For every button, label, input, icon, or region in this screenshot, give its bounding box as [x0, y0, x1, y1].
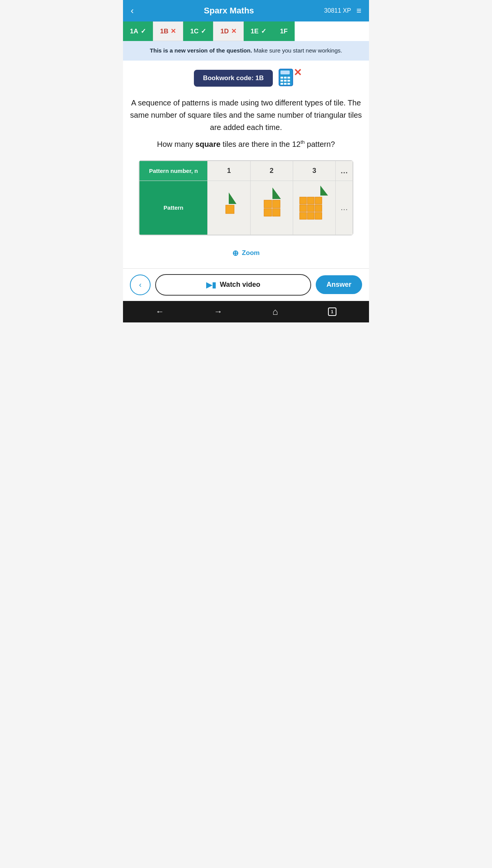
sys-home-icon[interactable]: ⌂ — [272, 306, 278, 317]
svg-rect-25 — [300, 212, 307, 219]
svg-rect-26 — [307, 212, 314, 219]
tab-1D-label: 1D — [220, 28, 229, 35]
tab-1A[interactable]: 1A ✓ — [123, 21, 153, 41]
table-col-1: 1 — [208, 161, 250, 181]
svg-rect-14 — [264, 200, 272, 208]
pattern-table: Pattern number, n 1 2 3 … Pattern — [139, 161, 353, 235]
svg-marker-13 — [272, 187, 281, 199]
back-circle-button[interactable]: ‹ — [130, 275, 151, 295]
svg-rect-12 — [226, 205, 234, 214]
tab-1C-icon: ✓ — [201, 27, 206, 35]
back-button[interactable]: ‹ — [131, 5, 134, 16]
notice-rest: Make sure you start new workings. — [252, 47, 342, 54]
tab-1E-icon: ✓ — [261, 27, 266, 35]
pattern-3 — [293, 181, 336, 235]
notice-banner: This is a new version of the question. M… — [123, 41, 369, 61]
bottom-bar: ‹ ▶▮ Watch video Answer — [123, 268, 369, 301]
notice-bold: This is a new version of the question. — [150, 47, 252, 54]
sys-back-icon[interactable]: ← — [156, 307, 164, 317]
svg-rect-9 — [284, 83, 287, 85]
svg-rect-8 — [280, 83, 283, 85]
pattern-2-svg — [260, 187, 283, 229]
svg-rect-23 — [307, 205, 314, 212]
svg-rect-3 — [284, 77, 287, 79]
svg-rect-24 — [315, 205, 322, 212]
watch-video-label: Watch video — [220, 281, 260, 289]
svg-rect-10 — [287, 83, 290, 85]
tab-1B-icon: ✕ — [171, 27, 176, 35]
calculator-icon: ✕ — [278, 68, 298, 88]
svg-rect-2 — [280, 77, 283, 79]
tab-1F[interactable]: 1F — [273, 21, 295, 41]
app-title: Sparx Maths — [204, 6, 254, 16]
tab-bar: 1A ✓ 1B ✕ 1C ✓ 1D ✕ 1E ✓ 1F — [123, 21, 369, 41]
pattern-1-svg — [219, 191, 239, 225]
svg-rect-27 — [315, 212, 322, 219]
sys-forward-icon[interactable]: → — [214, 307, 223, 317]
header-right: 30811 XP ≡ — [324, 6, 361, 16]
table-pattern-label: Pattern — [139, 181, 208, 235]
pattern-table-wrapper: Pattern number, n 1 2 3 … Pattern — [139, 160, 353, 235]
svg-rect-1 — [280, 71, 290, 74]
tab-1C-label: 1C — [190, 28, 198, 35]
answer-label: Answer — [326, 281, 351, 288]
table-col-2: 2 — [250, 161, 293, 181]
system-nav: ← → ⌂ 1 — [123, 301, 369, 322]
svg-rect-16 — [272, 200, 280, 208]
menu-icon[interactable]: ≡ — [356, 6, 361, 16]
svg-rect-5 — [280, 80, 283, 82]
sys-square-button[interactable]: 1 — [328, 307, 336, 316]
table-col-3: 3 — [293, 161, 336, 181]
question-text: A sequence of patterns is made using two… — [130, 97, 362, 150]
calc-svg — [278, 68, 295, 87]
svg-rect-6 — [284, 80, 287, 82]
header: ‹ Sparx Maths 30811 XP ≡ — [123, 0, 369, 21]
pattern-3-svg — [299, 185, 330, 231]
tab-1D[interactable]: 1D ✕ — [213, 21, 244, 41]
svg-marker-18 — [320, 186, 328, 196]
watch-video-button[interactable]: ▶▮ Watch video — [155, 274, 311, 296]
zoom-label: Zoom — [242, 249, 259, 257]
svg-rect-20 — [307, 197, 314, 204]
svg-rect-4 — [287, 77, 290, 79]
tab-1E-label: 1E — [251, 28, 259, 35]
tab-1A-icon: ✓ — [141, 27, 146, 35]
question-para1: A sequence of patterns is made using two… — [130, 97, 362, 133]
main-content: Bookwork code: 1B ✕ — [123, 61, 369, 268]
svg-rect-17 — [272, 209, 280, 216]
tab-1F-label: 1F — [280, 28, 288, 35]
tab-1C[interactable]: 1C ✓ — [183, 21, 213, 41]
svg-rect-21 — [315, 197, 322, 204]
bookwork-code: Bookwork code: 1B — [194, 70, 273, 87]
sys-square-num: 1 — [331, 309, 333, 314]
tab-1A-label: 1A — [130, 28, 138, 35]
pattern-1 — [208, 181, 250, 235]
svg-marker-11 — [229, 192, 236, 204]
table-pattern-ellipsis: … — [336, 181, 353, 235]
svg-rect-7 — [287, 80, 290, 82]
table-col-ellipsis: … — [336, 161, 353, 181]
question-bold: square — [195, 140, 221, 148]
xp-display: 30811 XP — [324, 7, 351, 14]
tab-1B-label: 1B — [160, 28, 169, 35]
svg-rect-22 — [300, 205, 307, 212]
table-header-label: Pattern number, n — [139, 161, 208, 181]
svg-rect-15 — [264, 209, 272, 216]
video-camera-icon: ▶▮ — [206, 280, 216, 289]
question-sup: th — [300, 139, 305, 145]
calc-cross-icon: ✕ — [294, 67, 302, 77]
svg-rect-19 — [300, 197, 307, 204]
tab-1D-icon: ✕ — [231, 27, 236, 35]
bookwork-row: Bookwork code: 1B ✕ — [130, 68, 362, 88]
tab-1B[interactable]: 1B ✕ — [153, 21, 184, 41]
tab-1E[interactable]: 1E ✓ — [244, 21, 273, 41]
pattern-2 — [250, 181, 293, 235]
question-para2: How many square tiles are there in the 1… — [130, 138, 362, 150]
zoom-icon: ⊕ — [232, 248, 239, 258]
zoom-button[interactable]: ⊕ Zoom — [130, 242, 362, 261]
back-circle-icon: ‹ — [139, 280, 142, 289]
answer-button[interactable]: Answer — [316, 275, 362, 294]
